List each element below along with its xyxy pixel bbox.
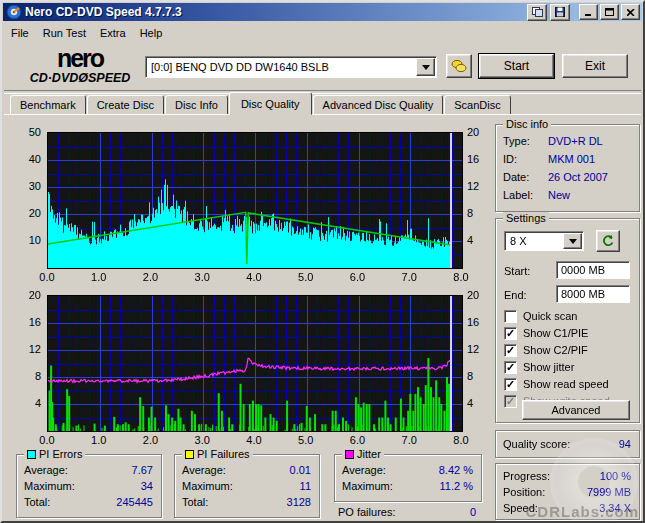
axis-tick-label: 12 bbox=[11, 343, 41, 355]
menu-bar: File Run Test Extra Help bbox=[4, 23, 641, 42]
axis-tick-label: 5.0 bbox=[291, 271, 321, 283]
jitter-maximum-value: 11.2 % bbox=[440, 480, 473, 492]
disc-id-value: MKM 001 bbox=[548, 153, 595, 165]
start-position-label: Start: bbox=[504, 265, 530, 277]
speed-select[interactable]: 8 X bbox=[504, 231, 584, 251]
settings-legend: Settings bbox=[503, 212, 549, 224]
axis-tick-label: 3.0 bbox=[187, 434, 217, 446]
start-button[interactable]: Start bbox=[479, 54, 554, 78]
maximize-button[interactable] bbox=[600, 4, 619, 20]
disc-date-value: 26 Oct 2007 bbox=[548, 171, 608, 183]
axis-tick-label: 4.0 bbox=[239, 434, 269, 446]
disc-type-label: Type: bbox=[503, 135, 530, 147]
start-button-label: Start bbox=[504, 59, 529, 73]
title-bar: Nero CD-DVD Speed 4.7.7.3 bbox=[3, 3, 642, 21]
checkbox-show-c2-pif[interactable]: ✓Show C2/PIF bbox=[504, 343, 588, 357]
discs-icon bbox=[451, 59, 467, 73]
pi-failures-maximum-label: Maximum: bbox=[182, 480, 233, 492]
checkbox-show-read-speed[interactable]: ✓Show read speed bbox=[504, 377, 609, 391]
pi-failures-legend: PI Failures bbox=[197, 448, 250, 460]
tab-create-disc[interactable]: Create Disc bbox=[87, 95, 164, 115]
po-failures-row: PO failures: 0 bbox=[338, 506, 480, 520]
checkbox-label: Show C1/PIE bbox=[523, 327, 588, 339]
checkbox-box[interactable]: ✓ bbox=[504, 344, 517, 357]
checkbox-box[interactable]: ✓ bbox=[504, 378, 517, 391]
axis-tick-label: 20 bbox=[467, 126, 497, 138]
pi-errors-total-value: 245445 bbox=[116, 496, 153, 508]
exit-button-label: Exit bbox=[585, 59, 605, 73]
axis-tick-label: 8.0 bbox=[446, 271, 476, 283]
axis-tick-label: 12 bbox=[467, 180, 497, 192]
axis-tick-label: 16 bbox=[11, 316, 41, 328]
position-label: Position: bbox=[503, 486, 545, 498]
copy-to-clipboard-button[interactable] bbox=[527, 4, 547, 21]
checkbox-box[interactable]: ✓ bbox=[504, 361, 517, 374]
pi-failures-average-value: 0.01 bbox=[290, 464, 311, 476]
disc-id-label: ID: bbox=[503, 153, 517, 165]
axis-tick-label: 6.0 bbox=[343, 271, 373, 283]
axis-tick-label: 6.0 bbox=[343, 434, 373, 446]
exit-button[interactable]: Exit bbox=[562, 54, 628, 78]
axis-tick-label: 1.0 bbox=[84, 434, 114, 446]
checkbox-quick-scan[interactable]: Quick scan bbox=[504, 309, 577, 323]
end-position-field[interactable]: 8000 MB bbox=[556, 285, 630, 303]
checkbox-show-c1-pie[interactable]: ✓Show C1/PIE bbox=[504, 326, 588, 340]
checkbox-show-jitter[interactable]: ✓Show jitter bbox=[504, 360, 574, 374]
disc-date-label: Date: bbox=[503, 171, 529, 183]
axis-tick-label: 4 bbox=[467, 397, 497, 409]
axis-tick-label: 2.0 bbox=[136, 271, 166, 283]
eject-tray-button[interactable] bbox=[446, 54, 472, 78]
quality-score-group: Quality score:94 bbox=[495, 430, 640, 458]
menu-file[interactable]: File bbox=[4, 25, 36, 41]
axis-tick-label: 1.0 bbox=[84, 271, 114, 283]
chevron-down-icon bbox=[422, 65, 430, 70]
tab-advanced-disc-quality[interactable]: Advanced Disc Quality bbox=[313, 95, 444, 115]
drive-selector[interactable]: [0:0] BENQ DVD DD DW1640 BSLB bbox=[145, 56, 437, 78]
disc-info-legend: Disc info bbox=[503, 118, 551, 130]
app-icon bbox=[6, 4, 22, 20]
tab-disc-info[interactable]: Disc Info bbox=[165, 95, 228, 115]
speed-select-dropdown-arrow[interactable] bbox=[563, 233, 582, 249]
axis-tick-label: 8 bbox=[11, 370, 41, 382]
axis-tick-label: 8 bbox=[467, 207, 497, 219]
pi-errors-maximum-value: 34 bbox=[141, 480, 153, 492]
axis-tick-label: 8.0 bbox=[446, 434, 476, 446]
save-screenshot-button[interactable] bbox=[550, 4, 570, 21]
jitter-average-label: Average: bbox=[342, 464, 386, 476]
axis-tick-label: 20 bbox=[11, 289, 41, 301]
axis-tick-label: 7.0 bbox=[394, 271, 424, 283]
checkbox-box[interactable] bbox=[504, 310, 517, 323]
close-button[interactable] bbox=[621, 4, 640, 20]
axis-tick-label: 16 bbox=[467, 316, 497, 328]
axis-tick-label: 2.0 bbox=[136, 434, 166, 446]
tab-benchmark[interactable]: Benchmark bbox=[10, 95, 86, 115]
checkbox-label: Quick scan bbox=[523, 310, 577, 322]
menu-extra[interactable]: Extra bbox=[93, 25, 133, 41]
progress-label: Progress: bbox=[503, 470, 550, 482]
axis-tick-label: 0.0 bbox=[32, 271, 62, 283]
cdrlabs-watermark: CDRLabs.com bbox=[525, 503, 639, 520]
tab-bar: Benchmark Create Disc Disc Info Disc Qua… bbox=[10, 94, 512, 115]
pi-errors-average-value: 7.67 bbox=[132, 464, 153, 476]
pi-errors-total-label: Total: bbox=[24, 496, 50, 508]
drive-selector-dropdown-arrow[interactable] bbox=[416, 58, 435, 76]
checkbox-box[interactable]: ✓ bbox=[504, 327, 517, 340]
quality-score-value: 94 bbox=[619, 438, 631, 450]
menu-run-test[interactable]: Run Test bbox=[36, 25, 93, 41]
tab-scandisc[interactable]: ScanDisc bbox=[444, 95, 510, 115]
menu-help[interactable]: Help bbox=[133, 25, 170, 41]
axis-tick-label: 0.0 bbox=[32, 434, 62, 446]
axis-tick-label: 4 bbox=[467, 234, 497, 246]
start-position-field[interactable]: 0000 MB bbox=[556, 261, 630, 279]
pi-failures-jitter-chart bbox=[47, 295, 463, 432]
axis-tick-label: 12 bbox=[467, 343, 497, 355]
minimize-button[interactable] bbox=[579, 4, 598, 20]
jitter-legend-swatch bbox=[345, 450, 354, 459]
pi-errors-legend: PI Errors bbox=[39, 448, 82, 460]
pi-errors-maximum-label: Maximum: bbox=[24, 480, 75, 492]
pi-failures-average-label: Average: bbox=[182, 464, 226, 476]
refresh-speeds-button[interactable] bbox=[596, 230, 620, 252]
advanced-button[interactable]: Advanced bbox=[522, 400, 630, 420]
position-value: 7999 MB bbox=[587, 486, 631, 498]
tab-disc-quality[interactable]: Disc Quality bbox=[229, 92, 312, 115]
